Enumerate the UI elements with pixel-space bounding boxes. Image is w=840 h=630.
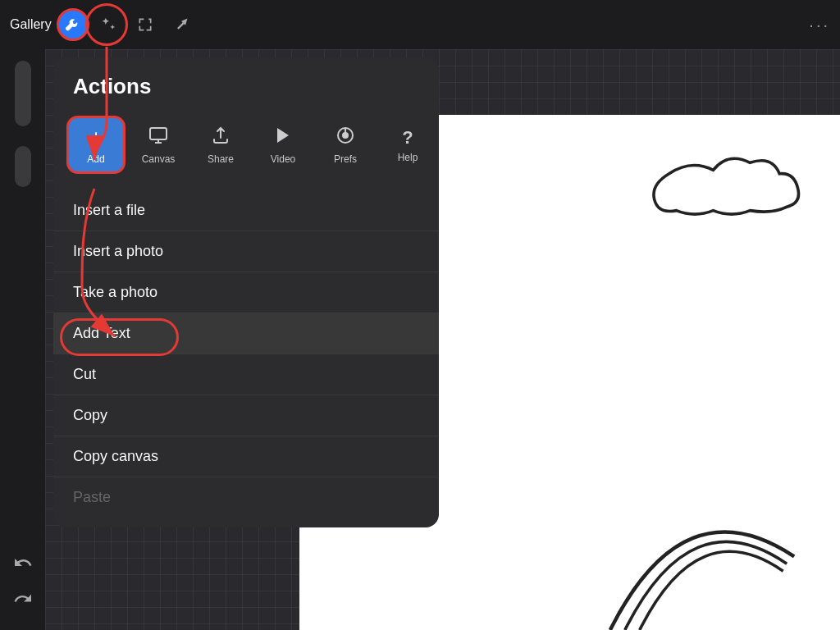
tab-video[interactable]: Video [253, 119, 313, 171]
paste-label: Paste [73, 489, 111, 506]
magic-wand-icon [101, 16, 117, 33]
gallery-label[interactable]: Gallery [10, 17, 52, 32]
actions-title: Actions [53, 57, 439, 109]
copy-label: Copy [73, 407, 107, 424]
redo-button[interactable] [8, 584, 38, 614]
cut-label: Cut [73, 366, 96, 383]
copy-canvas-label: Copy canvas [73, 448, 158, 465]
add-tab-icon: + [89, 125, 102, 150]
svg-marker-1 [277, 128, 289, 143]
insert-photo-label: Insert a photo [73, 243, 163, 260]
actions-panel: Actions + Add Canvas Share Video [53, 57, 439, 527]
help-tab-label: Help [398, 152, 418, 163]
menu-item-copy[interactable]: Copy [53, 395, 439, 436]
toolbar-right: ··· [809, 16, 830, 34]
transform-icon [173, 16, 189, 33]
tab-help[interactable]: ? Help [378, 121, 437, 170]
sidebar-bottom-tools [8, 548, 38, 622]
tab-share[interactable]: Share [191, 119, 250, 171]
menu-item-paste[interactable]: Paste [53, 477, 439, 518]
svg-point-3 [342, 132, 349, 139]
more-options-button[interactable]: ··· [809, 16, 830, 34]
menu-item-add-text[interactable]: Add Text [53, 313, 439, 354]
video-tab-icon [273, 126, 293, 150]
menu-item-insert-file[interactable]: Insert a file [53, 190, 439, 231]
sidebar-opacity-slider[interactable] [15, 146, 31, 187]
help-tab-icon: ? [402, 127, 413, 148]
tab-add[interactable]: + Add [66, 116, 126, 174]
actions-menu: Insert a file Insert a photo Take a phot… [53, 187, 439, 527]
insert-file-label: Insert a file [73, 202, 145, 219]
prefs-tab-label: Prefs [334, 153, 357, 165]
add-tab-label: Add [87, 153, 104, 165]
canvas-tab-label: Canvas [142, 153, 176, 165]
share-tab-icon [211, 126, 231, 150]
adjustments-button[interactable] [93, 8, 126, 41]
wrench-icon [65, 16, 81, 33]
sidebar-brush-slider[interactable] [15, 61, 31, 126]
menu-item-take-photo[interactable]: Take a photo [53, 272, 439, 313]
menu-item-cut[interactable]: Cut [53, 354, 439, 395]
tab-prefs[interactable]: Prefs [316, 119, 375, 171]
left-sidebar [0, 49, 45, 630]
video-tab-label: Video [271, 153, 295, 165]
transform-button[interactable] [165, 8, 198, 41]
menu-item-insert-photo[interactable]: Insert a photo [53, 231, 439, 272]
share-tab-label: Share [208, 153, 234, 165]
svg-rect-0 [150, 128, 167, 139]
prefs-tab-icon [336, 126, 355, 150]
take-photo-label: Take a photo [73, 284, 158, 301]
undo-button[interactable] [8, 548, 38, 578]
actions-button[interactable] [57, 8, 89, 41]
canvas-tab-icon [148, 126, 168, 150]
tab-canvas[interactable]: Canvas [129, 119, 188, 171]
menu-item-copy-canvas[interactable]: Copy canvas [53, 436, 439, 477]
actions-tabs: + Add Canvas Share Video Prefs [53, 109, 439, 187]
add-text-label: Add Text [73, 325, 130, 342]
top-toolbar: Gallery ··· [0, 0, 840, 49]
selection-icon [137, 16, 153, 33]
selection-button[interactable] [129, 8, 162, 41]
